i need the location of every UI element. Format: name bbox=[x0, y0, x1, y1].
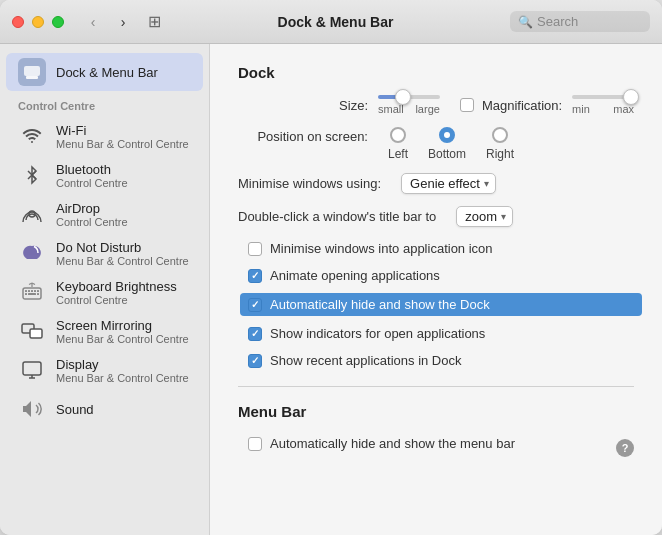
magnification-checkbox[interactable] bbox=[460, 98, 474, 112]
size-row: Size: small large Magnification: bbox=[238, 95, 634, 115]
sidebar-item-display[interactable]: Display Menu Bar & Control Centre bbox=[6, 351, 203, 389]
keyboard-label: Keyboard Brightness bbox=[56, 279, 177, 294]
sound-text: Sound bbox=[56, 402, 94, 417]
position-options: Left Bottom Right bbox=[388, 127, 534, 161]
dock-menubar-icon bbox=[18, 58, 46, 86]
checkbox-menu-bar-autohide[interactable] bbox=[248, 437, 262, 451]
menu-bar-section-title: Menu Bar bbox=[238, 403, 634, 420]
position-row: Position on screen: Left Bottom Right bbox=[238, 127, 634, 161]
display-label: Display bbox=[56, 357, 189, 372]
sound-icon bbox=[18, 395, 46, 423]
sidebar-item-donotdisturb[interactable]: Do Not Disturb Menu Bar & Control Centre bbox=[6, 234, 203, 272]
minimise-label: Minimise windows using: bbox=[238, 176, 381, 191]
minimise-row: Minimise windows using: Genie effect ▾ bbox=[238, 173, 634, 194]
size-small-label: small bbox=[378, 103, 404, 115]
double-click-label: Double-click a window's title bar to bbox=[238, 209, 436, 224]
position-left[interactable]: Left bbox=[388, 127, 408, 161]
svg-rect-8 bbox=[37, 290, 39, 292]
close-button[interactable] bbox=[12, 16, 24, 28]
grid-icon[interactable]: ⊞ bbox=[148, 12, 161, 31]
sidebar-item-wifi[interactable]: Wi-Fi Menu Bar & Control Centre bbox=[6, 117, 203, 155]
svg-rect-5 bbox=[28, 290, 30, 292]
sidebar-item-airdrop[interactable]: AirDrop Control Centre bbox=[6, 195, 203, 233]
svg-rect-17 bbox=[23, 362, 41, 375]
mag-slider-container: min max bbox=[572, 95, 634, 115]
minimize-button[interactable] bbox=[32, 16, 44, 28]
position-bottom[interactable]: Bottom bbox=[428, 127, 466, 161]
svg-rect-7 bbox=[34, 290, 36, 292]
bluetooth-icon bbox=[18, 161, 46, 189]
titlebar: ‹ › ⊞ Dock & Menu Bar 🔍 Search bbox=[0, 0, 662, 44]
checkbox-row-animate: Animate opening applications bbox=[248, 266, 634, 285]
svg-rect-9 bbox=[25, 293, 27, 295]
keyboard-icon bbox=[18, 278, 46, 306]
checkbox-autohide[interactable] bbox=[248, 298, 262, 312]
checkbox-animate[interactable] bbox=[248, 269, 262, 283]
mag-min-label: min bbox=[572, 103, 590, 115]
donotdisturb-sublabel: Menu Bar & Control Centre bbox=[56, 255, 189, 267]
search-box[interactable]: 🔍 Search bbox=[510, 11, 650, 32]
size-large-label: large bbox=[415, 103, 439, 115]
checkbox-indicators[interactable] bbox=[248, 327, 262, 341]
position-left-label: Left bbox=[388, 147, 408, 161]
size-slider-thumb[interactable] bbox=[395, 89, 411, 105]
nav-buttons: ‹ › bbox=[80, 12, 136, 32]
size-label: Size: bbox=[238, 98, 368, 113]
checkboxes-group: Minimise windows into application icon A… bbox=[248, 239, 634, 370]
svg-rect-11 bbox=[37, 293, 39, 295]
main-panel: Dock Size: small large Magnification: bbox=[210, 44, 662, 535]
airdrop-icon bbox=[18, 200, 46, 228]
help-button[interactable]: ? bbox=[616, 439, 634, 457]
donotdisturb-icon bbox=[18, 239, 46, 267]
sidebar-item-sound[interactable]: Sound bbox=[6, 390, 203, 428]
maximize-button[interactable] bbox=[52, 16, 64, 28]
checkbox-menu-bar-autohide-label: Automatically hide and show the menu bar bbox=[270, 436, 515, 451]
svg-rect-16 bbox=[30, 329, 42, 338]
svg-rect-4 bbox=[25, 290, 27, 292]
position-right-label: Right bbox=[486, 147, 514, 161]
bluetooth-sublabel: Control Centre bbox=[56, 177, 128, 189]
sidebar-item-mirroring[interactable]: Screen Mirroring Menu Bar & Control Cent… bbox=[6, 312, 203, 350]
checkbox-minimise-icon[interactable] bbox=[248, 242, 262, 256]
sidebar-item-bluetooth[interactable]: Bluetooth Control Centre bbox=[6, 156, 203, 194]
dock-menubar-text: Dock & Menu Bar bbox=[56, 65, 158, 80]
double-click-dropdown-arrow: ▾ bbox=[501, 211, 506, 222]
svg-rect-6 bbox=[31, 290, 33, 292]
mag-slider-thumb[interactable] bbox=[623, 89, 639, 105]
size-slider-track[interactable] bbox=[378, 95, 440, 99]
mirroring-label: Screen Mirroring bbox=[56, 318, 189, 333]
wifi-label: Wi-Fi bbox=[56, 123, 189, 138]
dock-section-title: Dock bbox=[238, 64, 634, 81]
content-area: Dock & Menu Bar Control Centre Wi-Fi Men… bbox=[0, 44, 662, 535]
display-icon bbox=[18, 356, 46, 384]
sidebar: Dock & Menu Bar Control Centre Wi-Fi Men… bbox=[0, 44, 210, 535]
checkbox-indicators-label: Show indicators for open applications bbox=[270, 326, 485, 341]
checkbox-row-menu-bar-autohide: Automatically hide and show the menu bar bbox=[248, 434, 515, 453]
checkbox-row-recent: Show recent applications in Dock bbox=[248, 351, 634, 370]
forward-button[interactable]: › bbox=[110, 12, 136, 32]
radio-right[interactable] bbox=[492, 127, 508, 143]
radio-left[interactable] bbox=[390, 127, 406, 143]
svg-rect-10 bbox=[28, 293, 36, 295]
sidebar-item-dock-menubar[interactable]: Dock & Menu Bar bbox=[6, 53, 203, 91]
search-placeholder: Search bbox=[537, 14, 578, 29]
radio-bottom[interactable] bbox=[439, 127, 455, 143]
double-click-action-label: zoom bbox=[465, 209, 497, 224]
mag-slider-track[interactable] bbox=[572, 95, 634, 99]
display-text: Display Menu Bar & Control Centre bbox=[56, 357, 189, 384]
double-click-dropdown[interactable]: zoom ▾ bbox=[456, 206, 513, 227]
mag-slider-labels: min max bbox=[572, 103, 634, 115]
size-slider-labels: small large bbox=[378, 103, 440, 115]
dock-menubar-label: Dock & Menu Bar bbox=[56, 65, 158, 80]
checkbox-recent[interactable] bbox=[248, 354, 262, 368]
control-centre-section-label: Control Centre bbox=[0, 92, 209, 116]
minimise-effect-label: Genie effect bbox=[410, 176, 480, 191]
airdrop-label: AirDrop bbox=[56, 201, 128, 216]
checkbox-autohide-label: Automatically hide and show the Dock bbox=[270, 297, 490, 312]
sidebar-item-keyboard[interactable]: Keyboard Brightness Control Centre bbox=[6, 273, 203, 311]
position-right[interactable]: Right bbox=[486, 127, 514, 161]
menu-bar-autohide-row: Automatically hide and show the menu bar… bbox=[238, 434, 634, 461]
minimise-dropdown[interactable]: Genie effect ▾ bbox=[401, 173, 496, 194]
back-button[interactable]: ‹ bbox=[80, 12, 106, 32]
size-slider-container: small large bbox=[378, 95, 440, 115]
